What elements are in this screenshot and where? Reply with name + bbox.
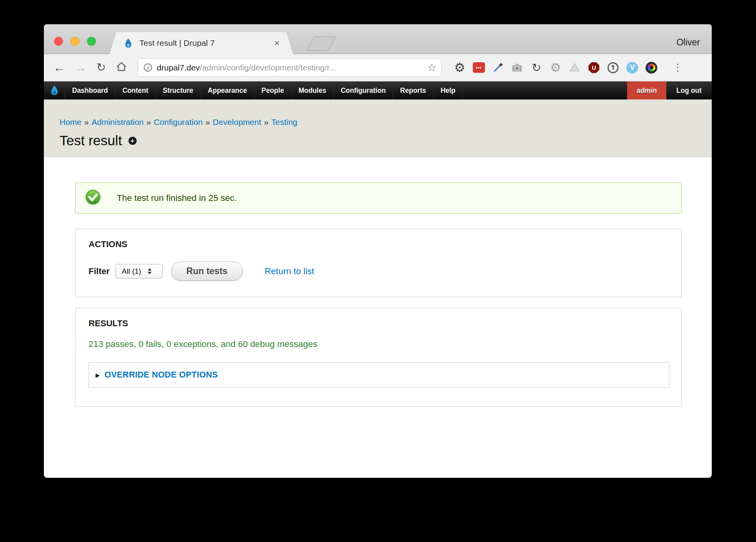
fieldset-title[interactable]: OVERRIDE NODE OPTIONS — [105, 370, 218, 380]
collapsed-arrow-icon: ▶ — [96, 372, 100, 378]
filter-select-value: All (1) — [122, 267, 141, 276]
window-controls — [54, 37, 96, 46]
ublock-origin-icon[interactable]: U — [588, 61, 600, 74]
return-to-list-link[interactable]: Return to list — [265, 266, 314, 276]
minimize-window-button[interactable] — [71, 37, 80, 46]
page-title-row: Test result + — [60, 133, 712, 148]
filter-select[interactable]: All (1) — [116, 264, 163, 278]
ublock-badge: U — [588, 62, 599, 73]
toolbar-item-appearance[interactable]: Appearance — [201, 81, 254, 99]
toolbar-item-reports[interactable]: Reports — [393, 81, 434, 99]
camera-lens-icon[interactable] — [645, 61, 658, 74]
breadcrumb-separator: » — [146, 117, 151, 126]
eyedropper-icon[interactable] — [492, 61, 504, 74]
browser-window: Test result | Drupal 7 × Oliver ← → ↻ i … — [44, 24, 712, 478]
toolbar-item-logout[interactable]: Log out — [666, 81, 712, 99]
drupal-logo-icon[interactable] — [44, 81, 65, 99]
browser-toolbar: ← → ↻ i drupal7.dev/admin/config/develop… — [44, 54, 712, 81]
filter-label: Filter — [89, 266, 110, 276]
screenshot-camera-icon[interactable] — [511, 61, 523, 74]
select-arrows-icon — [148, 268, 152, 274]
toolbar-item-admin[interactable]: admin — [627, 81, 666, 99]
breadcrumb-home[interactable]: Home — [60, 117, 81, 126]
status-ok-icon — [85, 189, 101, 207]
url-text: drupal7.dev/admin/config/development/tes… — [157, 63, 422, 72]
drupal-admin-toolbar: Dashboard Content Structure Appearance P… — [44, 81, 712, 99]
tab-title: Test result | Drupal 7 — [139, 38, 268, 48]
toolbar-item-modules[interactable]: Modules — [291, 81, 334, 99]
breadcrumb: Home»Administration»Configuration»Develo… — [60, 117, 712, 127]
run-tests-button[interactable]: Run tests — [171, 262, 243, 281]
lastpass-badge: ••• — [473, 62, 485, 73]
page-info-icon[interactable]: i — [144, 63, 152, 72]
bookmark-star-icon[interactable]: ☆ — [427, 61, 436, 74]
results-panel: RESULTS 213 passes, 0 fails, 0 exception… — [75, 308, 682, 407]
session-refresh-icon[interactable]: ↻ — [530, 61, 543, 74]
page-title: Test result — [60, 133, 122, 148]
status-message: The test run finished in 25 sec. — [75, 182, 682, 213]
drupal-favicon-icon — [123, 38, 134, 49]
add-shortcut-icon[interactable]: + — [128, 137, 137, 145]
breadcrumb-development[interactable]: Development — [213, 117, 261, 126]
toolbar-item-help[interactable]: Help — [434, 81, 463, 99]
tab-close-icon[interactable]: × — [274, 38, 280, 48]
breadcrumb-separator: » — [205, 117, 210, 126]
vimium-badge: V — [626, 62, 638, 74]
actions-row: Filter All (1) Run tests Return to list — [89, 262, 681, 281]
url-host: drupal7.dev — [157, 63, 200, 72]
plus-glyph: + — [130, 137, 134, 144]
toolbar-spacer — [463, 81, 628, 99]
extensions-row: ⚙ ••• ↻ ⚙ U V — [453, 61, 658, 74]
toolbar-item-structure[interactable]: Structure — [156, 81, 201, 99]
reload-button[interactable]: ↻ — [96, 62, 106, 73]
browser-profile-name: Oliver — [676, 37, 700, 48]
browser-tab-bar: Test result | Drupal 7 × Oliver — [44, 24, 712, 54]
zoom-window-button[interactable] — [87, 37, 96, 46]
actions-heading: ACTIONS — [89, 239, 681, 249]
browser-menu-icon[interactable]: ⋮ — [673, 61, 683, 74]
page-header: Home»Administration»Configuration»Develo… — [44, 99, 712, 157]
page-content: The test run finished in 25 sec. ACTIONS… — [44, 157, 712, 407]
onepassword-icon[interactable] — [607, 61, 619, 74]
toolbar-item-content[interactable]: Content — [115, 81, 156, 99]
address-bar[interactable]: i drupal7.dev/admin/config/development/t… — [138, 58, 441, 77]
new-tab-button[interactable] — [306, 36, 336, 51]
back-button[interactable]: ← — [53, 61, 65, 74]
toolbar-item-configuration[interactable]: Configuration — [334, 81, 393, 99]
results-heading: RESULTS — [89, 318, 681, 329]
browser-tab-active[interactable]: Test result | Drupal 7 × — [110, 32, 293, 54]
url-path: /admin/config/development/testing/r... — [200, 63, 336, 72]
breadcrumb-administration[interactable]: Administration — [92, 117, 144, 126]
settings-gear-icon[interactable]: ⚙ — [453, 61, 466, 74]
breadcrumb-separator: » — [84, 117, 89, 126]
lastpass-icon[interactable]: ••• — [472, 61, 485, 74]
breadcrumb-configuration[interactable]: Configuration — [154, 117, 203, 126]
google-drive-icon[interactable] — [568, 61, 581, 74]
vimium-icon[interactable]: V — [626, 61, 638, 74]
extension-gear-icon[interactable]: ⚙ — [549, 61, 562, 74]
forward-button: → — [75, 61, 87, 74]
toolbar-item-dashboard[interactable]: Dashboard — [65, 81, 115, 99]
breadcrumb-separator: » — [264, 117, 269, 126]
toolbar-item-people[interactable]: People — [255, 81, 291, 99]
override-node-options-fieldset[interactable]: ▶ OVERRIDE NODE OPTIONS — [89, 362, 669, 388]
breadcrumb-testing[interactable]: Testing — [271, 117, 298, 126]
actions-panel: ACTIONS Filter All (1) Run tests Return … — [75, 229, 682, 297]
results-summary: 213 passes, 0 fails, 0 exceptions, and 6… — [89, 339, 681, 349]
close-window-button[interactable] — [54, 37, 63, 46]
status-text: The test run finished in 25 sec. — [117, 193, 237, 203]
home-button[interactable] — [115, 60, 128, 75]
